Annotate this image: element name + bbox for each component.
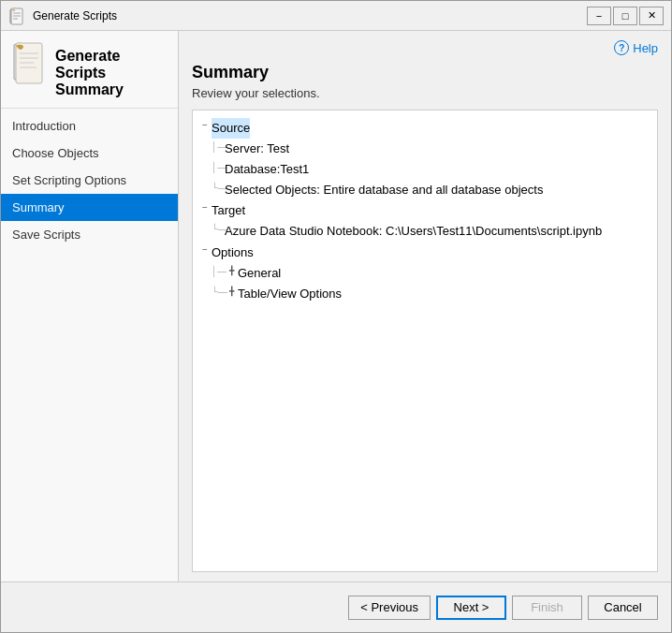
source-expander[interactable]: −	[198, 118, 212, 133]
target-label: Target	[212, 200, 245, 221]
server-label: Server: Test	[225, 139, 289, 159]
content-area: Generate Scripts Summary Introduction Ch…	[1, 31, 671, 581]
sidebar-heading: Generate Scripts Summary	[55, 42, 168, 98]
window-icon	[8, 7, 27, 25]
page-subtitle: Review your selections.	[192, 86, 658, 100]
connector-selected-objects: └—	[212, 180, 225, 196]
selected-objects-label: Selected Objects: Entire database and al…	[225, 180, 543, 200]
sidebar-item-introduction[interactable]: Introduction	[1, 112, 178, 140]
sidebar-item-summary[interactable]: Summary	[1, 194, 178, 221]
page-title: Summary	[192, 63, 658, 82]
connector-notebook: └—	[212, 221, 225, 237]
footer: < Previous Next > Finish Cancel	[1, 581, 671, 632]
finish-button[interactable]: Finish	[512, 596, 582, 620]
general-expander[interactable]: ╋	[225, 263, 238, 278]
options-expander[interactable]: −	[198, 243, 212, 258]
sidebar-header: Generate Scripts Summary	[1, 31, 178, 109]
window-title: Generate Scripts	[33, 9, 587, 22]
connector-general: │—	[212, 263, 225, 279]
page-title-area: Summary Review your selections.	[192, 63, 658, 100]
notebook-label: Azure Data Studio Notebook: C:\Users\Tes…	[225, 221, 602, 242]
tree-row-target: − Target	[198, 200, 651, 221]
cancel-button[interactable]: Cancel	[588, 596, 658, 620]
main-panel: ? Help Summary Review your selections. −…	[179, 31, 671, 581]
tree-row-notebook: └— Azure Data Studio Notebook: C:\Users\…	[198, 221, 651, 242]
tree-container: − Source │— Server: Test │— Database:Tes…	[192, 110, 658, 572]
window-controls: − □ ✕	[587, 7, 664, 25]
maximize-button[interactable]: □	[613, 7, 637, 25]
sidebar-item-choose-objects[interactable]: Choose Objects	[1, 140, 178, 167]
database-label: Database:Test1	[225, 159, 309, 180]
minimize-button[interactable]: −	[587, 7, 611, 25]
general-label: General	[238, 263, 281, 284]
main-header: ? Help	[192, 40, 658, 55]
sidebar-item-set-scripting-options[interactable]: Set Scripting Options	[1, 167, 178, 194]
sidebar-logo-icon	[10, 42, 48, 84]
tree-row-server: │— Server: Test	[198, 139, 651, 159]
source-label: Source	[212, 118, 250, 139]
table-view-expander[interactable]: ╋	[225, 284, 238, 299]
close-button[interactable]: ✕	[639, 7, 664, 25]
sidebar-nav: Introduction Choose Objects Set Scriptin…	[1, 109, 178, 581]
connector-table-view-options: └—	[212, 284, 225, 300]
help-icon: ?	[614, 40, 629, 55]
window: Generate Scripts − □ ✕	[0, 0, 672, 633]
tree-row-general: │— ╋ General	[198, 263, 651, 284]
table-view-label: Table/View Options	[238, 284, 342, 304]
tree-row-options: − Options	[198, 243, 651, 263]
help-label: Help	[633, 41, 658, 55]
options-label: Options	[212, 243, 254, 263]
tree-row-selected-objects: └— Selected Objects: Entire database and…	[198, 180, 651, 200]
tree-row-source: − Source	[198, 118, 651, 139]
connector-server: │—	[212, 139, 225, 155]
help-link[interactable]: ? Help	[614, 40, 658, 55]
connector-database: │—	[212, 159, 225, 175]
sidebar: Generate Scripts Summary Introduction Ch…	[1, 31, 179, 581]
target-expander[interactable]: −	[198, 200, 212, 215]
tree-row-table-view-options: └— ╋ Table/View Options	[198, 284, 651, 304]
tree-row-database: │— Database:Test1	[198, 159, 651, 180]
title-bar: Generate Scripts − □ ✕	[1, 1, 671, 31]
previous-button[interactable]: < Previous	[348, 596, 431, 620]
next-button[interactable]: Next >	[436, 596, 506, 620]
sidebar-item-save-scripts[interactable]: Save Scripts	[1, 221, 178, 248]
